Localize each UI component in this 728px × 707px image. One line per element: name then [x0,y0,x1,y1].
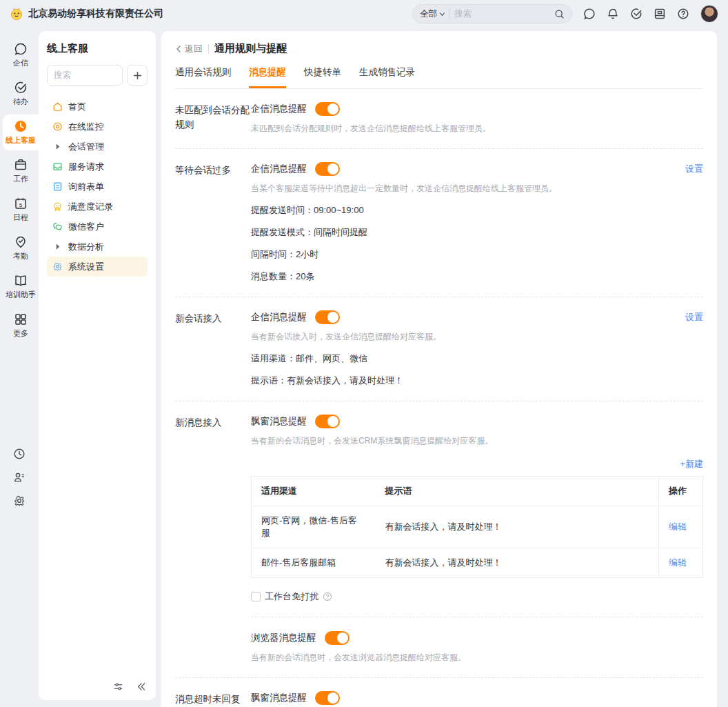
section-label: 新会话接入 [175,310,251,387]
filter-sliders-icon[interactable] [113,681,123,692]
settings-icon[interactable] [13,495,26,507]
search-input[interactable] [454,9,550,19]
help-icon[interactable] [677,8,689,20]
section-label: 新消息接入 [175,415,251,664]
field-send-time: 提醒发送时间：09:00~19:00 [251,204,703,217]
book-icon [14,274,28,288]
workbench-icon[interactable] [654,8,666,20]
rail-item-qixin[interactable]: 企信 [3,37,39,73]
search-scope-value: 全部 [420,8,437,20]
sidebar-title: 线上客服 [47,42,148,55]
toggle-label: 浏览器消息提醒 [251,632,316,644]
dnd-checkbox[interactable] [251,592,261,601]
sidebar-item-wechat-customer[interactable]: 微信客户 [47,217,148,237]
sidebar-search-input[interactable] [47,65,123,86]
back-label: 返回 [185,43,203,55]
field-prompt: 提示语：有新会话接入，请及时处理！ [251,375,703,387]
bell-icon[interactable] [607,8,619,20]
tab-general-session-rules[interactable]: 通用会话规则 [175,66,231,88]
divider [449,9,450,19]
edit-link[interactable]: 编辑 [669,557,687,568]
page-header: 返回 通用规则与提醒 [175,42,703,55]
chat-icon[interactable] [583,8,596,20]
clock-icon [14,119,28,133]
company-brand: 北京易动纷享科技有限责任公司 [10,7,163,21]
section-description: 当有新的会话消息时，会发送CRM系统飘窗消息提醒给对应客服。 [251,435,703,447]
rail-item-training[interactable]: 培训助手 [3,269,39,305]
table-row: 网页-官网，微信-售后客服 有新会话接入，请及时处理！ 编辑 [252,506,703,548]
toggle-label: 企信消息提醒 [251,163,307,175]
collapse-sidebar-icon[interactable] [136,681,146,692]
global-search[interactable]: 全部 [412,4,572,23]
tab-quick-transfer[interactable]: 快捷转单 [304,66,341,88]
contacts-icon[interactable] [13,471,26,484]
tab-sales-record[interactable]: 生成销售记录 [359,66,415,88]
col-prompt: 提示语 [376,477,659,506]
add-button[interactable] [127,65,148,86]
sidebar-item-preform[interactable]: 询前表单 [47,177,148,197]
qixin-reminder-toggle[interactable] [315,162,340,176]
field-message-count: 消息数量：20条 [251,270,703,283]
rail-item-calendar[interactable]: 5 日程 [3,192,39,228]
svg-text:5: 5 [19,202,23,208]
task-check-icon[interactable] [630,8,643,20]
rail-item-label: 待办 [13,97,28,107]
browser-reminder-toggle[interactable] [325,631,350,645]
sidebar-item-online-monitor[interactable]: 在线监控 [47,117,148,137]
table-row: 邮件-售后客服邮箱 有新会话接入，请及时处理！ 编辑 [252,548,703,578]
field-interval: 间隔时间：2小时 [251,248,703,261]
sidebar-item-label: 微信客户 [68,221,104,233]
sidebar-item-session-mgmt[interactable]: 会话管理 [47,137,148,157]
sidebar-item-label: 会话管理 [68,141,104,153]
qixin-reminder-toggle[interactable] [315,102,340,116]
new-rule-link[interactable]: +新建 [680,458,703,470]
sidebar-item-label: 数据分析 [68,241,104,253]
edit-link[interactable]: 编辑 [669,521,687,532]
arrow-right-icon [52,241,63,252]
popup-reminder-toggle[interactable] [315,415,340,428]
rail-item-work[interactable]: 工作 [3,153,39,189]
toggle-label: 企信消息提醒 [251,311,307,323]
user-avatar[interactable] [700,5,718,23]
topbar-actions: 全部 [412,4,718,23]
help-circle-icon[interactable] [323,592,332,601]
back-button[interactable]: 返回 [175,43,203,55]
gear-icon [52,261,63,272]
sidebar-tools [113,681,146,692]
rail-item-more[interactable]: 更多 [3,308,39,343]
rail-item-label: 日程 [13,212,28,223]
sidebar-item-label: 系统设置 [68,261,104,273]
sidebar-item-service-request[interactable]: 服务请求 [47,157,148,177]
settings-link[interactable]: 设置 [685,311,703,323]
sidebar-item-data-analysis[interactable]: 数据分析 [47,237,148,257]
satisfaction-icon [52,201,63,212]
search-scope-dropdown[interactable]: 全部 [420,8,445,20]
plus-icon [133,71,142,80]
tab-message-reminder[interactable]: 消息提醒 [249,66,286,88]
rail-item-attendance[interactable]: 考勤 [3,230,39,266]
rail-item-online-service[interactable]: 线上客服 [3,114,39,150]
sidebar-item-system-settings[interactable]: 系统设置 [47,257,148,277]
sidebar-item-label: 首页 [68,101,86,113]
rail-item-label: 考勤 [13,251,28,261]
settings-link[interactable]: 设置 [685,163,703,175]
toggle-label: 飘窗消息提醒 [251,415,307,428]
main-content: 返回 通用规则与提醒 通用会话规则 消息提醒 快捷转单 生成销售记录 未匹配到会… [161,31,717,707]
arrow-right-icon [52,141,63,152]
qixin-reminder-toggle[interactable] [315,310,340,324]
history-icon[interactable] [13,448,26,460]
app-window: 北京易动纷享科技有限责任公司 全部 企信 [0,0,728,707]
field-send-mode: 提醒发送模式：间隔时间提醒 [251,226,703,239]
rail-item-todo[interactable]: 待办 [3,76,39,112]
section-description: 当有新会话接入时，发送企信消息提醒给对应客服。 [251,331,703,343]
section-too-many-waiting: 等待会话过多 企信消息提醒 设置 当某个客服渠道等待中消息超出一定数量时，发送企… [175,149,703,297]
section-new-session: 新会话接入 企信消息提醒 设置 当有新会话接入时，发送企信消息提醒给对应客服。 … [175,297,703,401]
popup-reminder-toggle[interactable] [315,691,340,705]
search-icon[interactable] [554,9,565,19]
table-header-row: 适用渠道 提示语 操作 [252,477,703,506]
chat-bubble-icon [14,42,28,56]
sidebar-item-satisfaction[interactable]: 满意度记录 [47,197,148,217]
section-label: 消息超时未回复 [175,691,251,707]
sidebar-item-home[interactable]: 首页 [47,97,148,117]
rail-item-label: 培训助手 [6,290,36,300]
